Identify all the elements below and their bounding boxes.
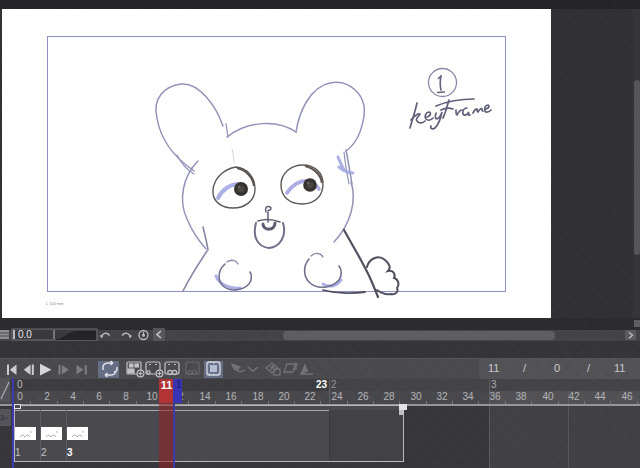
svg-text:0.0: 0.0 bbox=[18, 329, 32, 340]
